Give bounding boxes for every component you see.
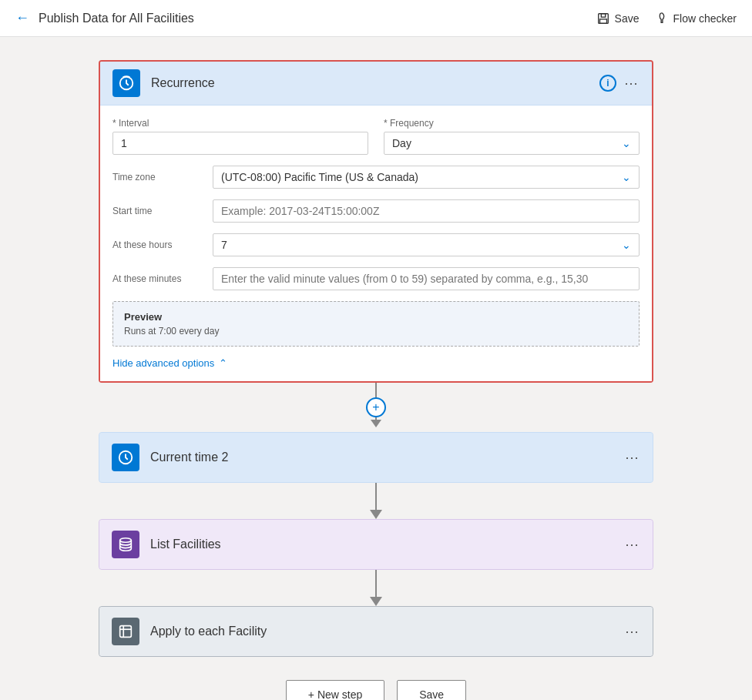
arrow-2 [370, 510, 382, 519]
add-step-button-1[interactable]: + [366, 397, 386, 417]
recurrence-title: Recurrence [151, 76, 599, 90]
timezone-select[interactable]: (UTC-08:00) Pacific Time (US & Canada) ⌄ [213, 166, 640, 189]
current-time-more-button[interactable]: ⋯ [625, 449, 640, 466]
preview-text: Runs at 7:00 every day [124, 326, 628, 337]
save-header-button[interactable]: Save [596, 12, 640, 25]
current-time-icon-bg [112, 444, 139, 471]
loop-icon [117, 623, 134, 640]
svg-point-5 [120, 538, 132, 543]
hide-advanced-button[interactable]: Hide advanced options ⌃ [112, 357, 640, 369]
connector-2 [370, 483, 382, 519]
apply-each-icon-bg [112, 618, 139, 645]
recurrence-actions: i ⋯ [599, 75, 640, 92]
svg-rect-1 [601, 13, 605, 17]
list-facilities-more-button[interactable]: ⋯ [625, 536, 640, 553]
page-title: Publish Data for All Facilities [39, 12, 194, 25]
at-these-hours-row: At these hours 7 ⌄ [112, 233, 640, 256]
apply-each-card: Apply to each Facility ⋯ [99, 606, 653, 657]
start-time-label: Start time [112, 206, 213, 216]
header: ← Publish Data for All Facilities Save F… [0, 0, 752, 37]
start-time-input[interactable] [213, 199, 640, 223]
info-button[interactable]: i [599, 75, 616, 92]
current-time-title: Current time 2 [150, 450, 625, 464]
at-these-hours-label: At these hours [112, 239, 213, 250]
arrow-1 [371, 420, 381, 427]
at-these-minutes-row: At these minutes [112, 267, 640, 290]
hide-advanced-label: Hide advanced options [112, 357, 214, 369]
at-these-hours-control: 7 ⌄ [213, 233, 640, 256]
frequency-group: * Frequency Day ⌄ [384, 118, 640, 155]
at-these-minutes-input[interactable] [213, 267, 640, 290]
connector-line-3 [375, 570, 377, 597]
database-icon [117, 536, 134, 553]
at-these-minutes-control [213, 267, 640, 290]
list-facilities-actions: ⋯ [625, 536, 640, 553]
interval-frequency-row: * Interval * Frequency Day ⌄ [112, 118, 640, 155]
preview-title: Preview [124, 311, 628, 323]
connector-line-2 [375, 483, 377, 510]
recurrence-card: Recurrence i ⋯ * Interval * Frequency Da… [99, 60, 653, 383]
connector-3 [370, 570, 382, 606]
clock-icon-2 [117, 449, 134, 466]
list-facilities-icon-bg [112, 531, 139, 558]
timezone-row: Time zone (UTC-08:00) Pacific Time (US &… [112, 166, 640, 189]
collapse-icon: ⌃ [219, 357, 227, 369]
flow-checker-button[interactable]: Flow checker [655, 12, 737, 25]
at-these-hours-value: 7 [221, 239, 622, 251]
canvas: Recurrence i ⋯ * Interval * Frequency Da… [0, 37, 752, 700]
new-step-button[interactable]: + New step [286, 680, 384, 700]
frequency-select[interactable]: Day ⌄ [384, 132, 640, 155]
header-left: ← Publish Data for All Facilities [15, 10, 596, 26]
svg-rect-2 [599, 18, 606, 22]
bottom-bar: + New step Save [286, 657, 466, 700]
timezone-control: (UTC-08:00) Pacific Time (US & Canada) ⌄ [213, 166, 640, 189]
apply-each-header: Apply to each Facility ⋯ [99, 607, 653, 656]
save-bottom-button[interactable]: Save [397, 680, 466, 700]
apply-each-title: Apply to each Facility [150, 625, 625, 638]
current-time-card: Current time 2 ⋯ [99, 432, 653, 483]
apply-each-more-button[interactable]: ⋯ [625, 623, 640, 640]
back-button[interactable]: ← [15, 10, 29, 26]
interval-input[interactable] [112, 132, 368, 155]
list-facilities-title: List Facilities [150, 538, 625, 551]
flow-checker-icon [655, 12, 669, 25]
connector-plus-area: + [371, 383, 381, 432]
start-time-control [213, 199, 640, 223]
frequency-label: * Frequency [384, 118, 640, 129]
recurrence-icon-bg [112, 69, 140, 97]
frequency-chevron-icon: ⌄ [622, 137, 631, 149]
clock-icon [118, 75, 135, 92]
timezone-chevron-icon: ⌄ [622, 171, 631, 183]
recurrence-header: Recurrence i ⋯ [100, 62, 652, 106]
save-header-label: Save [615, 12, 640, 25]
start-time-row: Start time [112, 199, 640, 223]
preview-box: Preview Runs at 7:00 every day [112, 301, 640, 347]
flow-checker-label: Flow checker [673, 12, 737, 25]
at-these-hours-select[interactable]: 7 ⌄ [213, 233, 640, 256]
timezone-value: (UTC-08:00) Pacific Time (US & Canada) [221, 171, 622, 183]
list-facilities-card: List Facilities ⋯ [99, 519, 653, 570]
current-time-actions: ⋯ [625, 449, 640, 466]
recurrence-more-button[interactable]: ⋯ [624, 75, 640, 92]
apply-each-actions: ⋯ [625, 623, 640, 640]
frequency-value: Day [392, 137, 622, 149]
recurrence-body: * Interval * Frequency Day ⌄ Time zone (… [100, 106, 652, 381]
at-these-minutes-label: At these minutes [112, 273, 213, 284]
timezone-label: Time zone [112, 172, 213, 183]
current-time-header: Current time 2 ⋯ [99, 433, 653, 482]
arrow-3 [370, 597, 382, 606]
interval-label: * Interval [112, 118, 368, 129]
save-icon [596, 12, 610, 25]
hours-chevron-icon: ⌄ [622, 239, 631, 251]
header-right: Save Flow checker [596, 12, 737, 25]
interval-group: * Interval [112, 118, 368, 155]
list-facilities-header: List Facilities ⋯ [99, 520, 653, 569]
svg-rect-6 [120, 626, 132, 638]
